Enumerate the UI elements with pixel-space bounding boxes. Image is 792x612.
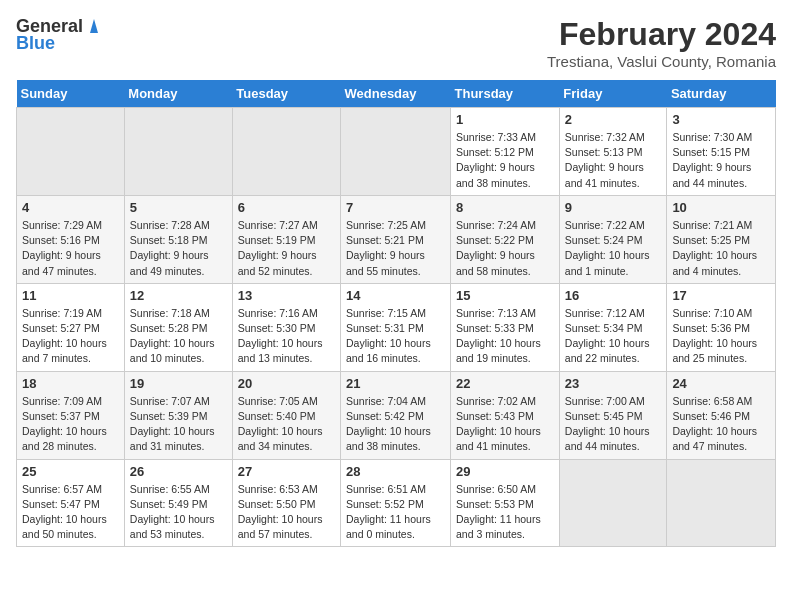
week-row-5: 25Sunrise: 6:57 AM Sunset: 5:47 PM Dayli… — [17, 459, 776, 547]
day-info: Sunrise: 7:29 AM Sunset: 5:16 PM Dayligh… — [22, 218, 119, 279]
day-info: Sunrise: 7:12 AM Sunset: 5:34 PM Dayligh… — [565, 306, 662, 367]
svg-marker-0 — [90, 19, 98, 33]
calendar-table: SundayMondayTuesdayWednesdayThursdayFrid… — [16, 80, 776, 547]
calendar-cell — [341, 108, 451, 196]
calendar-cell — [17, 108, 125, 196]
day-number: 21 — [346, 376, 445, 391]
logo-triangle-icon — [85, 17, 103, 35]
day-number: 15 — [456, 288, 554, 303]
day-number: 18 — [22, 376, 119, 391]
month-title: February 2024 — [547, 16, 776, 53]
day-number: 5 — [130, 200, 227, 215]
day-info: Sunrise: 7:32 AM Sunset: 5:13 PM Dayligh… — [565, 130, 662, 191]
day-number: 14 — [346, 288, 445, 303]
logo: General Blue — [16, 16, 103, 54]
day-info: Sunrise: 6:53 AM Sunset: 5:50 PM Dayligh… — [238, 482, 335, 543]
day-number: 29 — [456, 464, 554, 479]
calendar-cell: 24Sunrise: 6:58 AM Sunset: 5:46 PM Dayli… — [667, 371, 776, 459]
day-info: Sunrise: 6:58 AM Sunset: 5:46 PM Dayligh… — [672, 394, 770, 455]
day-number: 16 — [565, 288, 662, 303]
column-header-thursday: Thursday — [451, 80, 560, 108]
day-number: 12 — [130, 288, 227, 303]
week-row-2: 4Sunrise: 7:29 AM Sunset: 5:16 PM Daylig… — [17, 195, 776, 283]
calendar-cell: 7Sunrise: 7:25 AM Sunset: 5:21 PM Daylig… — [341, 195, 451, 283]
day-number: 6 — [238, 200, 335, 215]
calendar-cell: 13Sunrise: 7:16 AM Sunset: 5:30 PM Dayli… — [232, 283, 340, 371]
day-info: Sunrise: 6:57 AM Sunset: 5:47 PM Dayligh… — [22, 482, 119, 543]
calendar-header: SundayMondayTuesdayWednesdayThursdayFrid… — [17, 80, 776, 108]
calendar-cell: 5Sunrise: 7:28 AM Sunset: 5:18 PM Daylig… — [124, 195, 232, 283]
calendar-cell: 1Sunrise: 7:33 AM Sunset: 5:12 PM Daylig… — [451, 108, 560, 196]
day-info: Sunrise: 6:51 AM Sunset: 5:52 PM Dayligh… — [346, 482, 445, 543]
day-number: 24 — [672, 376, 770, 391]
calendar-cell: 16Sunrise: 7:12 AM Sunset: 5:34 PM Dayli… — [559, 283, 667, 371]
day-number: 26 — [130, 464, 227, 479]
location-subtitle: Trestiana, Vaslui County, Romania — [547, 53, 776, 70]
calendar-cell: 25Sunrise: 6:57 AM Sunset: 5:47 PM Dayli… — [17, 459, 125, 547]
day-number: 9 — [565, 200, 662, 215]
header-row: SundayMondayTuesdayWednesdayThursdayFrid… — [17, 80, 776, 108]
column-header-friday: Friday — [559, 80, 667, 108]
day-number: 19 — [130, 376, 227, 391]
week-row-3: 11Sunrise: 7:19 AM Sunset: 5:27 PM Dayli… — [17, 283, 776, 371]
calendar-cell: 6Sunrise: 7:27 AM Sunset: 5:19 PM Daylig… — [232, 195, 340, 283]
day-info: Sunrise: 7:18 AM Sunset: 5:28 PM Dayligh… — [130, 306, 227, 367]
week-row-4: 18Sunrise: 7:09 AM Sunset: 5:37 PM Dayli… — [17, 371, 776, 459]
day-number: 27 — [238, 464, 335, 479]
day-info: Sunrise: 7:00 AM Sunset: 5:45 PM Dayligh… — [565, 394, 662, 455]
column-header-monday: Monday — [124, 80, 232, 108]
day-info: Sunrise: 7:25 AM Sunset: 5:21 PM Dayligh… — [346, 218, 445, 279]
day-info: Sunrise: 7:22 AM Sunset: 5:24 PM Dayligh… — [565, 218, 662, 279]
calendar-cell: 12Sunrise: 7:18 AM Sunset: 5:28 PM Dayli… — [124, 283, 232, 371]
page-header: General Blue February 2024 Trestiana, Va… — [16, 16, 776, 70]
calendar-cell: 21Sunrise: 7:04 AM Sunset: 5:42 PM Dayli… — [341, 371, 451, 459]
day-number: 20 — [238, 376, 335, 391]
day-info: Sunrise: 7:05 AM Sunset: 5:40 PM Dayligh… — [238, 394, 335, 455]
calendar-cell: 26Sunrise: 6:55 AM Sunset: 5:49 PM Dayli… — [124, 459, 232, 547]
day-info: Sunrise: 7:16 AM Sunset: 5:30 PM Dayligh… — [238, 306, 335, 367]
day-number: 3 — [672, 112, 770, 127]
calendar-cell — [124, 108, 232, 196]
day-info: Sunrise: 7:30 AM Sunset: 5:15 PM Dayligh… — [672, 130, 770, 191]
day-info: Sunrise: 7:10 AM Sunset: 5:36 PM Dayligh… — [672, 306, 770, 367]
column-header-tuesday: Tuesday — [232, 80, 340, 108]
day-info: Sunrise: 7:04 AM Sunset: 5:42 PM Dayligh… — [346, 394, 445, 455]
day-info: Sunrise: 7:13 AM Sunset: 5:33 PM Dayligh… — [456, 306, 554, 367]
calendar-cell: 15Sunrise: 7:13 AM Sunset: 5:33 PM Dayli… — [451, 283, 560, 371]
day-info: Sunrise: 7:02 AM Sunset: 5:43 PM Dayligh… — [456, 394, 554, 455]
day-info: Sunrise: 7:21 AM Sunset: 5:25 PM Dayligh… — [672, 218, 770, 279]
calendar-cell: 11Sunrise: 7:19 AM Sunset: 5:27 PM Dayli… — [17, 283, 125, 371]
calendar-cell: 18Sunrise: 7:09 AM Sunset: 5:37 PM Dayli… — [17, 371, 125, 459]
day-info: Sunrise: 7:33 AM Sunset: 5:12 PM Dayligh… — [456, 130, 554, 191]
day-info: Sunrise: 7:09 AM Sunset: 5:37 PM Dayligh… — [22, 394, 119, 455]
day-number: 22 — [456, 376, 554, 391]
calendar-cell — [232, 108, 340, 196]
calendar-cell: 28Sunrise: 6:51 AM Sunset: 5:52 PM Dayli… — [341, 459, 451, 547]
day-info: Sunrise: 7:27 AM Sunset: 5:19 PM Dayligh… — [238, 218, 335, 279]
calendar-cell: 22Sunrise: 7:02 AM Sunset: 5:43 PM Dayli… — [451, 371, 560, 459]
calendar-cell: 3Sunrise: 7:30 AM Sunset: 5:15 PM Daylig… — [667, 108, 776, 196]
day-number: 4 — [22, 200, 119, 215]
column-header-saturday: Saturday — [667, 80, 776, 108]
calendar-cell — [559, 459, 667, 547]
column-header-sunday: Sunday — [17, 80, 125, 108]
calendar-cell: 8Sunrise: 7:24 AM Sunset: 5:22 PM Daylig… — [451, 195, 560, 283]
day-info: Sunrise: 7:15 AM Sunset: 5:31 PM Dayligh… — [346, 306, 445, 367]
calendar-cell: 4Sunrise: 7:29 AM Sunset: 5:16 PM Daylig… — [17, 195, 125, 283]
day-number: 8 — [456, 200, 554, 215]
day-info: Sunrise: 7:24 AM Sunset: 5:22 PM Dayligh… — [456, 218, 554, 279]
calendar-cell — [667, 459, 776, 547]
day-number: 1 — [456, 112, 554, 127]
day-number: 17 — [672, 288, 770, 303]
calendar-cell: 10Sunrise: 7:21 AM Sunset: 5:25 PM Dayli… — [667, 195, 776, 283]
title-section: February 2024 Trestiana, Vaslui County, … — [547, 16, 776, 70]
column-header-wednesday: Wednesday — [341, 80, 451, 108]
day-info: Sunrise: 6:55 AM Sunset: 5:49 PM Dayligh… — [130, 482, 227, 543]
calendar-body: 1Sunrise: 7:33 AM Sunset: 5:12 PM Daylig… — [17, 108, 776, 547]
day-info: Sunrise: 7:19 AM Sunset: 5:27 PM Dayligh… — [22, 306, 119, 367]
calendar-cell: 27Sunrise: 6:53 AM Sunset: 5:50 PM Dayli… — [232, 459, 340, 547]
calendar-cell: 20Sunrise: 7:05 AM Sunset: 5:40 PM Dayli… — [232, 371, 340, 459]
calendar-cell: 9Sunrise: 7:22 AM Sunset: 5:24 PM Daylig… — [559, 195, 667, 283]
calendar-cell: 2Sunrise: 7:32 AM Sunset: 5:13 PM Daylig… — [559, 108, 667, 196]
day-number: 10 — [672, 200, 770, 215]
